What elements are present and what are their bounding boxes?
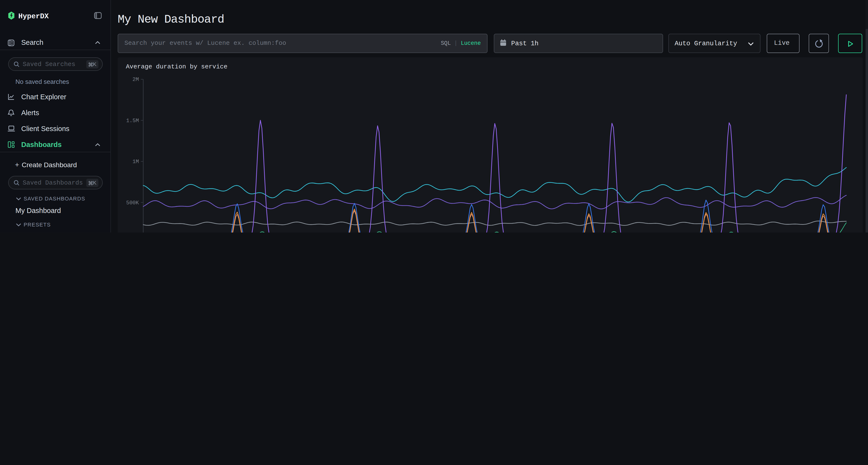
svg-text:1M: 1M — [133, 159, 139, 165]
svg-text:500K: 500K — [126, 200, 139, 206]
svg-text:1.5M: 1.5M — [126, 118, 139, 124]
svg-text:2M: 2M — [133, 77, 139, 82]
